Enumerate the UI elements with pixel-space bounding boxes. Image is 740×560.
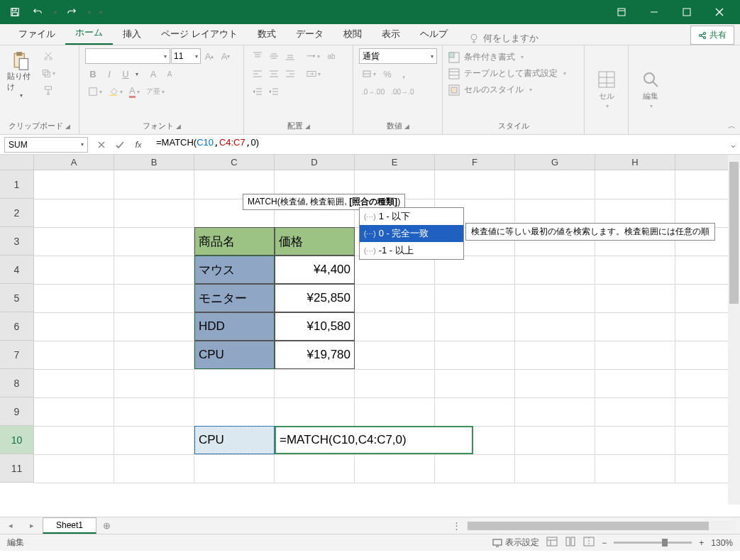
cell-C4[interactable]: マウス bbox=[194, 256, 275, 284]
maximize-button[interactable] bbox=[670, 0, 703, 24]
format-as-table-button[interactable]: テーブルとして書式設定▾ bbox=[448, 67, 566, 79]
underline-button[interactable]: U bbox=[118, 66, 133, 82]
col-H-cells[interactable] bbox=[595, 170, 675, 483]
decrease-font-button[interactable]: A▾ bbox=[218, 48, 233, 64]
new-sheet-button[interactable]: ⊕ bbox=[96, 520, 116, 531]
undo-button[interactable] bbox=[27, 3, 48, 21]
formula-input[interactable]: =MATCH(C10,C4:C7,0) bbox=[150, 137, 726, 153]
wrap-text-button[interactable]: ab bbox=[324, 48, 339, 64]
decrease-font2-button[interactable]: A bbox=[162, 66, 177, 82]
sheet-tab-sheet1[interactable]: Sheet1 bbox=[43, 517, 96, 534]
number-format-combo[interactable]: 通貨▾ bbox=[359, 48, 437, 64]
row-11[interactable]: 11 bbox=[0, 454, 33, 483]
row-1[interactable]: 1 bbox=[0, 170, 33, 199]
italic-button[interactable]: I bbox=[101, 66, 117, 82]
cell-C5[interactable]: モニター bbox=[194, 284, 275, 312]
align-right-button[interactable] bbox=[282, 66, 298, 82]
cells-menu-button[interactable]: セル▾ bbox=[597, 70, 617, 109]
row-5[interactable]: 5 bbox=[0, 284, 33, 312]
tab-formulas[interactable]: 数式 bbox=[248, 23, 286, 45]
increase-font2-button[interactable]: A bbox=[145, 66, 161, 82]
tab-help[interactable]: ヘルプ bbox=[410, 23, 458, 45]
cell-C7[interactable]: CPU bbox=[194, 341, 275, 369]
col-H[interactable]: H bbox=[595, 155, 675, 170]
tab-home[interactable]: ホーム bbox=[65, 22, 113, 45]
expand-formula-bar[interactable]: ⌄ bbox=[726, 139, 740, 150]
tab-file[interactable]: ファイル bbox=[9, 23, 65, 45]
qat-customize[interactable]: ▾ bbox=[95, 3, 105, 21]
font-color-button[interactable]: A▾ bbox=[126, 84, 143, 99]
vertical-scrollbar[interactable] bbox=[728, 155, 740, 505]
phonetic-button[interactable]: ア亜▾ bbox=[143, 84, 167, 99]
accounting-format-button[interactable]: ▾ bbox=[359, 66, 379, 82]
row-8[interactable]: 8 bbox=[0, 369, 33, 397]
col-D[interactable]: D bbox=[275, 155, 355, 170]
view-pagebreak-button[interactable] bbox=[583, 537, 595, 549]
col-G[interactable]: G bbox=[515, 155, 595, 170]
minimize-button[interactable] bbox=[638, 0, 670, 24]
cell-D6[interactable]: ¥10,580 bbox=[275, 312, 355, 341]
tab-insert[interactable]: 挿入 bbox=[113, 23, 151, 45]
row-3[interactable]: 3 bbox=[0, 227, 33, 256]
row-6[interactable]: 6 bbox=[0, 312, 33, 341]
decrease-indent-button[interactable] bbox=[250, 84, 265, 99]
decrease-decimal-button[interactable]: .00→.0 bbox=[388, 84, 416, 99]
bold-button[interactable]: B bbox=[85, 66, 101, 82]
cell-C10[interactable]: CPU bbox=[194, 426, 275, 454]
view-pagelayout-button[interactable] bbox=[565, 537, 576, 549]
col-G-cells[interactable] bbox=[515, 170, 595, 483]
match-option-0[interactable]: (⋯)0 - 完全一致 bbox=[360, 225, 463, 242]
borders-button[interactable]: ▾ bbox=[85, 84, 105, 99]
sheet-nav-next[interactable]: ▸ bbox=[21, 521, 43, 530]
align-launcher[interactable]: ◢ bbox=[305, 123, 310, 130]
zoom-slider[interactable] bbox=[614, 542, 692, 544]
cell-C6[interactable]: HDD bbox=[194, 312, 275, 341]
clipboard-launcher[interactable]: ◢ bbox=[65, 123, 70, 130]
number-launcher[interactable]: ◢ bbox=[404, 123, 409, 130]
save-button[interactable] bbox=[4, 3, 26, 21]
undo-dropdown[interactable]: ▾ bbox=[50, 3, 60, 21]
share-button[interactable]: 共有 bbox=[690, 26, 734, 45]
tab-review[interactable]: 校閲 bbox=[333, 23, 372, 45]
redo-dropdown[interactable]: ▾ bbox=[84, 3, 94, 21]
conditional-format-button[interactable]: 条件付き書式▾ bbox=[448, 51, 524, 63]
tab-view[interactable]: 表示 bbox=[372, 23, 410, 45]
collapse-ribbon-button[interactable]: ︿ bbox=[728, 121, 736, 131]
row-10[interactable]: 10 bbox=[0, 426, 33, 454]
match-option-1[interactable]: (⋯)1 - 以下 bbox=[360, 208, 463, 225]
align-center-button[interactable] bbox=[266, 66, 282, 82]
font-launcher[interactable]: ◢ bbox=[176, 123, 181, 130]
paste-button[interactable]: 貼り付け ▾ bbox=[6, 48, 35, 101]
select-all-button[interactable] bbox=[0, 155, 34, 170]
align-left-button[interactable] bbox=[250, 66, 265, 82]
cell-D3[interactable]: 価格 bbox=[275, 227, 355, 256]
sheet-nav-prev[interactable]: ◂ bbox=[0, 521, 21, 530]
zoom-in-button[interactable]: + bbox=[699, 538, 704, 548]
tab-pagelayout[interactable]: ページ レイアウト bbox=[151, 23, 248, 45]
increase-indent-button[interactable] bbox=[266, 84, 282, 99]
row-9[interactable]: 9 bbox=[0, 397, 33, 426]
cell-D10-active[interactable]: =MATCH(C10,C4:C7,0) bbox=[275, 426, 473, 454]
increase-font-button[interactable]: A▴ bbox=[201, 48, 217, 64]
zoom-slider-thumb[interactable] bbox=[662, 539, 668, 547]
editing-menu-button[interactable]: 編集▾ bbox=[641, 70, 661, 109]
align-bottom-button[interactable] bbox=[282, 48, 298, 64]
fill-color-button[interactable]: ▾ bbox=[106, 84, 126, 99]
format-painter-button[interactable] bbox=[38, 82, 58, 98]
cancel-formula-button[interactable] bbox=[92, 137, 111, 153]
tell-me-search[interactable]: 何をしますか bbox=[469, 32, 539, 45]
row-4[interactable]: 4 bbox=[0, 256, 33, 284]
cut-button[interactable] bbox=[38, 48, 58, 64]
horizontal-scrollbar-thumb[interactable] bbox=[468, 522, 709, 530]
cell-styles-button[interactable]: セルのスタイル▾ bbox=[448, 84, 532, 96]
percent-button[interactable]: % bbox=[380, 66, 395, 82]
col-A[interactable]: A bbox=[34, 155, 114, 170]
orientation-button[interactable]: ⭢▾ bbox=[304, 48, 323, 64]
insert-function-button[interactable]: fx bbox=[129, 137, 148, 153]
row-2[interactable]: 2 bbox=[0, 199, 33, 227]
row-7[interactable]: 7 bbox=[0, 341, 33, 369]
vertical-scrollbar-thumb[interactable] bbox=[729, 162, 739, 304]
redo-button[interactable] bbox=[61, 3, 82, 21]
merge-button[interactable]: ▾ bbox=[304, 66, 324, 82]
col-B[interactable]: B bbox=[114, 155, 194, 170]
